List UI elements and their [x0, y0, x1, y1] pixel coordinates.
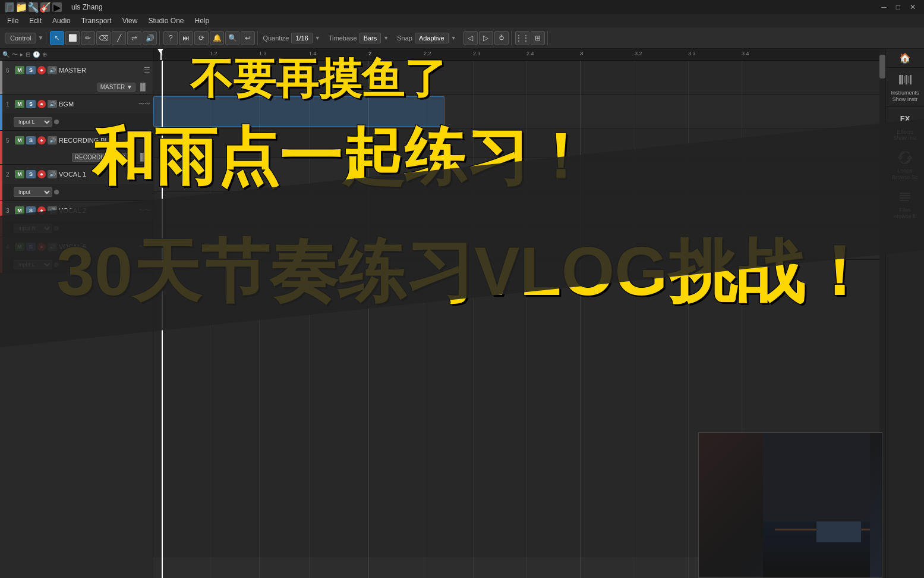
track-sub-vocal1: Input [0, 184, 153, 200]
quantize-value[interactable]: 1/16 [291, 33, 312, 43]
track-rec-bgm[interactable]: ● [37, 100, 46, 108]
track-header-tool-6[interactable]: ⊕ [42, 51, 47, 58]
track-mute-vocal6[interactable]: M [15, 243, 24, 251]
tool-speaker[interactable]: 🔊 [143, 31, 157, 45]
tool-draw[interactable]: ╱ [112, 31, 126, 45]
tl-clip-bgm[interactable] [153, 96, 444, 127]
minimize-button[interactable]: ─ [878, 3, 890, 11]
ruler-mark-2.4: 2.4 [526, 51, 534, 56]
snap-value[interactable]: Adaptive [415, 33, 449, 43]
right-panel: 🏠 InstrumentsShow Instr FX EffectsShow i… [885, 49, 924, 578]
tool-eraser[interactable]: ⌫ [96, 31, 111, 45]
scrollbar-thumb[interactable] [879, 55, 885, 78]
tool-undo[interactable]: ↩ [241, 31, 255, 45]
quantize-group: Quantize 1/16 ▼ [259, 33, 323, 43]
track-input-bgm[interactable]: Input L [14, 117, 52, 127]
track-solo-vocal6[interactable]: S [26, 243, 36, 251]
track-mute-bgm[interactable]: M [15, 100, 24, 108]
track-mon-recbus[interactable]: 🔊 [48, 136, 57, 144]
tool-question[interactable]: ? [163, 31, 178, 45]
track-mute-recbus[interactable]: M [15, 136, 24, 144]
menu-view[interactable]: View [118, 15, 143, 26]
transport-loop[interactable]: ⥁ [494, 31, 509, 45]
track-num-4: 4 [6, 244, 13, 250]
transport-back[interactable]: ◁ [463, 31, 478, 45]
right-panel-home[interactable]: 🏠 [886, 49, 924, 68]
snap-arrow[interactable]: ▼ [451, 35, 456, 41]
right-panel-files[interactable]: FilesBrowse fil [886, 185, 924, 224]
track-header-tool-1[interactable]: 🔍 [2, 51, 10, 58]
view-mix[interactable]: ⊞ [531, 31, 545, 45]
tool-loop[interactable]: ⟳ [194, 31, 209, 45]
track-header-tool-4[interactable]: ⊟ [26, 51, 30, 58]
menu-transport[interactable]: Transport [77, 15, 116, 26]
track-header-tool-5[interactable]: 🕐 [33, 51, 40, 58]
menu-studioone[interactable]: Studio One [143, 15, 188, 26]
track-mute-vocal2[interactable]: M [15, 206, 24, 215]
master-dropdown[interactable]: MASTER ▼ [97, 83, 135, 92]
tool-arrow[interactable]: ↖ [50, 31, 64, 45]
track-num-5: 5 [6, 137, 13, 144]
maximize-button[interactable]: □ [893, 3, 904, 11]
control-arrow[interactable]: ▼ [37, 34, 43, 41]
tool-magnify[interactable]: 🔍 [225, 31, 239, 45]
track-rec-recbus[interactable]: ● [37, 136, 46, 144]
timeline-area[interactable]: 1 1.2 1.3 1.4 2 2.2 2.3 2.4 3 3.2 3.3 3.… [153, 49, 885, 578]
right-panel-instruments[interactable]: InstrumentsShow Instr [886, 68, 924, 107]
timebase-arrow[interactable]: ▼ [383, 35, 389, 41]
close-button[interactable]: ✕ [906, 3, 919, 11]
track-rec-vocal6[interactable]: ● [37, 243, 46, 251]
track-rec-vocal1[interactable]: ● [37, 170, 46, 178]
track-mon-vocal1[interactable]: 🔊 [48, 170, 57, 178]
track-rec-master[interactable]: ● [37, 66, 46, 74]
transport-forward[interactable]: ▷ [479, 31, 493, 45]
ruler-mark-3: 3 [580, 51, 583, 56]
right-panel-loops[interactable]: LoopsBrowse So [886, 146, 924, 185]
track-expand-master[interactable]: ☰ [144, 66, 150, 74]
window-controls[interactable]: ─ □ ✕ [878, 3, 919, 11]
track-mute-vocal1[interactable]: M [15, 170, 24, 178]
right-panel-effects[interactable]: FX EffectsShow inst [886, 107, 924, 146]
files-label: FilesBrowse fil [893, 207, 916, 220]
track-header-tool-3[interactable]: ▸ [20, 51, 23, 58]
timeline-scrollbar[interactable] [879, 49, 885, 578]
tool-skipstart[interactable]: ⏭ [179, 31, 193, 45]
track-vocal6: 4 M S ● 🔊 VOCAL 6 〜〜 Input L [0, 237, 153, 274]
tl-row-vocal2 [153, 192, 885, 226]
track-mon-bgm[interactable]: 🔊 [48, 100, 57, 108]
menu-help[interactable]: Help [190, 15, 214, 26]
track-mon-master[interactable]: 🔊 [48, 66, 57, 74]
track-solo-vocal2[interactable]: S [26, 206, 36, 215]
master-volume[interactable]: ▐▌ [138, 83, 148, 91]
tool-metro[interactable]: 🔔 [210, 31, 224, 45]
track-mon-vocal6[interactable]: 🔊 [48, 243, 57, 251]
track-expand-recbus[interactable]: ☰ [144, 136, 150, 144]
tool-pencil[interactable]: ✏ [81, 31, 95, 45]
menu-file[interactable]: File [2, 15, 23, 26]
track-input-vocal6[interactable]: Input L [14, 260, 52, 269]
quantize-arrow[interactable]: ▼ [315, 35, 320, 41]
svg-rect-3 [906, 75, 907, 84]
files-icon [897, 189, 913, 205]
track-solo-recbus[interactable]: S [26, 136, 36, 144]
menu-edit[interactable]: Edit [24, 15, 46, 26]
track-input-vocal2[interactable]: Input R [14, 224, 52, 233]
timebase-value[interactable]: Bars [359, 33, 381, 43]
track-input-dot-bgm [54, 120, 59, 124]
track-solo-vocal1[interactable]: S [26, 170, 36, 178]
track-mon-vocal2[interactable]: 🔊 [48, 206, 57, 215]
track-rec-vocal2[interactable]: ● [37, 206, 46, 215]
track-solo-bgm[interactable]: S [26, 100, 36, 108]
svg-rect-1 [901, 75, 903, 84]
tool-range[interactable]: ⬜ [65, 31, 80, 45]
track-input-vocal1[interactable]: Input [14, 187, 52, 197]
tool-split[interactable]: ⇌ [127, 31, 141, 45]
view-tracks[interactable]: ⋮⋮ [515, 31, 529, 45]
track-header-tool-2[interactable]: 〜 [12, 51, 18, 59]
track-solo-master[interactable]: S [26, 66, 36, 74]
track-mute-master[interactable]: M [15, 66, 24, 74]
recbus-volume[interactable]: ▐▌ [138, 153, 148, 161]
control-dropdown[interactable]: Control [5, 33, 36, 43]
menu-audio[interactable]: Audio [48, 15, 75, 26]
recbus-dropdown[interactable]: RECORDING BUS ▼ [72, 153, 135, 162]
